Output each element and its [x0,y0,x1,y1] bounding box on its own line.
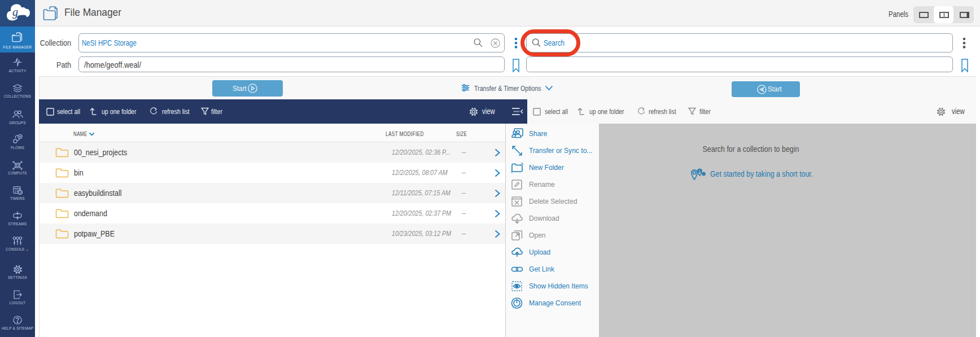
svg-text:g: g [12,6,18,19]
